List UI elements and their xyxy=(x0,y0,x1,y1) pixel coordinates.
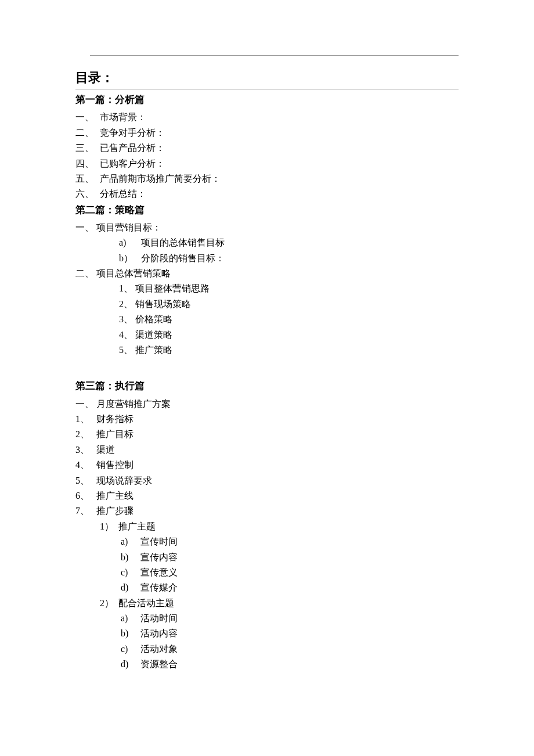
subsubitem-mark: c) xyxy=(121,642,140,657)
item-number: 5、 xyxy=(75,473,96,488)
item-text: 推广主线 xyxy=(96,491,134,501)
item-text: 推广步骤 xyxy=(96,506,134,516)
subsubitem-mark: a) xyxy=(121,534,140,549)
subitem-text: 配合活动主题 xyxy=(118,598,174,608)
toc-subsubitem: c)活动对象 xyxy=(75,642,459,657)
subitem-mark: 1） xyxy=(100,519,118,534)
subsubitem-text: 资源整合 xyxy=(140,659,178,669)
item-number: 四、 xyxy=(75,156,100,171)
subsubitem-mark: b) xyxy=(121,550,140,565)
subitem-mark: b） xyxy=(119,251,141,266)
item-number: 五、 xyxy=(75,171,100,186)
toc-subsubitem: b)活动内容 xyxy=(75,626,459,641)
subitem-text: 销售现场策略 xyxy=(135,299,191,309)
subsubitem-text: 宣传意义 xyxy=(140,567,178,577)
item-text: 项目营销目标： xyxy=(96,222,161,232)
toc-subsubitem: a)宣传时间 xyxy=(75,534,459,549)
toc-subitem: a)项目的总体销售目标 xyxy=(75,235,459,250)
subitem-mark: 3、 xyxy=(119,312,135,327)
subsubitem-text: 宣传时间 xyxy=(140,537,178,546)
item-number: 一、 xyxy=(75,110,100,125)
subsubitem-text: 宣传媒介 xyxy=(140,582,178,592)
toc-item: 2、推广目标 xyxy=(75,427,459,442)
item-number: 3、 xyxy=(75,442,96,458)
subsubitem-text: 活动对象 xyxy=(140,644,178,654)
section-execution: 第三篇：执行篇 一、月度营销推广方案 1、财务指标 2、推广目标 3、渠道 4、… xyxy=(75,378,459,672)
toc-item: 4、销售控制 xyxy=(75,458,459,473)
subitem-mark: 1、 xyxy=(119,281,135,296)
item-text: 渠道 xyxy=(96,445,115,455)
subsubitem-mark: d) xyxy=(121,657,140,672)
item-number: 二、 xyxy=(75,125,100,141)
subsubitem-mark: a) xyxy=(121,611,140,626)
toc-subitem: b）分阶段的销售目标： xyxy=(75,251,459,266)
toc-item: 1、财务指标 xyxy=(75,412,459,427)
subsubitem-mark: b) xyxy=(121,626,140,641)
item-number: 4、 xyxy=(75,458,96,473)
subitem-mark: 2、 xyxy=(119,297,135,312)
toc-subitem: 2）配合活动主题 xyxy=(75,596,459,611)
title-underline-rule xyxy=(75,89,459,89)
subitem-text: 分阶段的销售目标： xyxy=(141,253,225,263)
subsubitem-mark: c) xyxy=(121,565,140,580)
toc-item: 一、项目营销目标： xyxy=(75,220,459,235)
toc-item: 7、推广步骤 xyxy=(75,503,459,519)
toc-subitem: 5、推广策略 xyxy=(75,343,459,358)
toc-item: 四、已购客户分析： xyxy=(75,156,459,171)
item-text: 已售产品分析： xyxy=(100,143,165,153)
subitem-text: 价格策略 xyxy=(135,314,172,324)
toc-subitem: 1、项目整体营销思路 xyxy=(75,281,459,296)
toc-item: 一、月度营销推广方案 xyxy=(75,397,459,412)
toc-item: 五、产品前期市场推广简要分析： xyxy=(75,171,459,186)
item-text: 市场背景： xyxy=(100,112,146,122)
section-heading-1: 第一篇：分析篇 xyxy=(75,92,459,107)
subitem-text: 项目的总体销售目标 xyxy=(141,237,225,247)
subitem-mark: 4、 xyxy=(119,327,135,343)
section-heading-2: 第二篇：策略篇 xyxy=(75,202,459,218)
item-text: 财务指标 xyxy=(96,414,134,424)
item-number: 6、 xyxy=(75,488,96,503)
item-number: 一、 xyxy=(75,397,96,412)
toc-subsubitem: a)活动时间 xyxy=(75,611,459,626)
toc-subitem: 1）推广主题 xyxy=(75,519,459,534)
section-heading-3: 第三篇：执行篇 xyxy=(75,378,459,394)
subitem-mark: 2） xyxy=(100,596,118,611)
section-analysis: 第一篇：分析篇 一、市场背景： 二、竞争对手分析： 三、已售产品分析： 四、已购… xyxy=(75,92,459,672)
item-number: 2、 xyxy=(75,427,96,442)
toc-item: 一、市场背景： xyxy=(75,110,459,125)
item-text: 月度营销推广方案 xyxy=(96,399,171,409)
toc-title: 目录： xyxy=(75,67,459,88)
toc-item: 二、项目总体营销策略 xyxy=(75,266,459,281)
subsubitem-text: 宣传内容 xyxy=(140,552,178,562)
toc-item: 三、已售产品分析： xyxy=(75,141,459,156)
subitem-mark: 5、 xyxy=(119,343,135,358)
toc-item: 六、分析总结： xyxy=(75,186,459,201)
item-number: 六、 xyxy=(75,186,100,201)
toc-subsubitem: c)宣传意义 xyxy=(75,565,459,580)
toc-subitem: 2、销售现场策略 xyxy=(75,297,459,312)
item-number: 二、 xyxy=(75,266,96,281)
subsubitem-text: 活动时间 xyxy=(140,613,178,623)
subitem-text: 推广策略 xyxy=(135,345,172,355)
item-text: 销售控制 xyxy=(96,460,134,470)
toc-subsubitem: d)资源整合 xyxy=(75,657,459,672)
item-text: 已购客户分析： xyxy=(100,159,165,168)
subitem-text: 推广主题 xyxy=(118,521,156,531)
subitem-mark: a) xyxy=(119,235,141,250)
item-text: 竞争对手分析： xyxy=(100,128,165,138)
item-number: 一、 xyxy=(75,220,96,235)
item-number: 7、 xyxy=(75,503,96,519)
toc-subsubitem: d)宣传媒介 xyxy=(75,580,459,595)
subitem-text: 项目整体营销思路 xyxy=(135,283,210,293)
toc-item: 二、竞争对手分析： xyxy=(75,125,459,141)
item-text: 推广目标 xyxy=(96,429,134,439)
toc-subitem: 4、渠道策略 xyxy=(75,327,459,343)
item-text: 产品前期市场推广简要分析： xyxy=(100,174,221,183)
section-strategy: 第二篇：策略篇 一、项目营销目标： a)项目的总体销售目标 b）分阶段的销售目标… xyxy=(75,202,459,358)
toc-item: 6、推广主线 xyxy=(75,488,459,503)
subsubitem-text: 活动内容 xyxy=(140,628,178,638)
subsubitem-mark: d) xyxy=(121,580,140,595)
page-top-rule xyxy=(90,55,459,56)
subitem-text: 渠道策略 xyxy=(135,330,172,340)
item-text: 项目总体营销策略 xyxy=(96,268,171,278)
